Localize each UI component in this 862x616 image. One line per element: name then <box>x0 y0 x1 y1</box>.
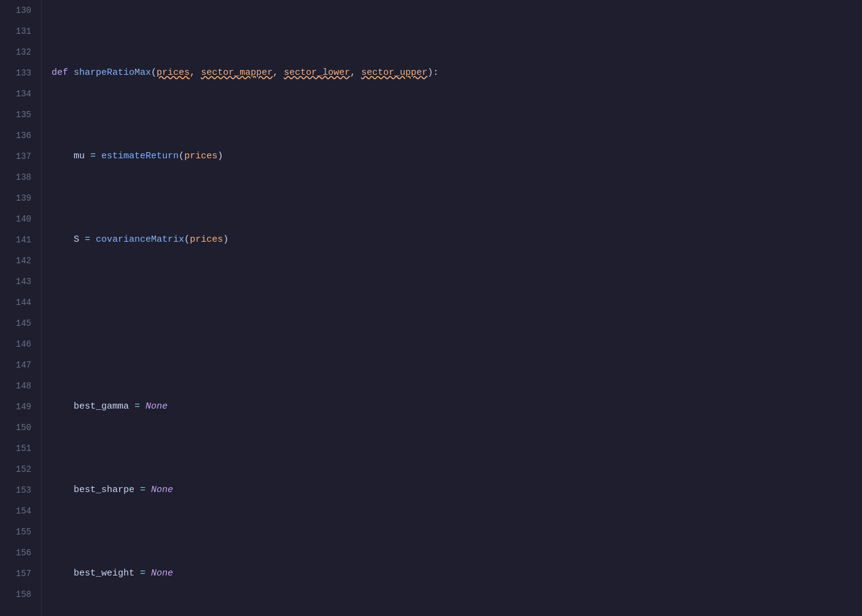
line-num-131: 131 <box>5 21 31 42</box>
code-line-131: mu = estimateReturn(prices) <box>52 146 852 167</box>
line-num-153: 153 <box>5 480 31 501</box>
line-num-132: 132 <box>5 42 31 63</box>
line-num-144: 144 <box>5 292 31 313</box>
line-num-134: 134 <box>5 83 31 104</box>
line-numbers: 130 131 132 133 134 135 136 137 138 139 … <box>0 0 42 616</box>
line-num-155: 155 <box>5 522 31 542</box>
line-num-130: 130 <box>5 0 31 21</box>
line-num-138: 138 <box>5 167 31 188</box>
line-num-154: 154 <box>5 501 31 522</box>
code-line-135: best_sharpe = None <box>52 480 852 501</box>
line-num-135: 135 <box>5 104 31 125</box>
code-line-132: S = covarianceMatrix(prices) <box>52 229 852 250</box>
line-num-137: 137 <box>5 146 31 167</box>
line-num-150: 150 <box>5 417 31 438</box>
code-line-134: best_gamma = None <box>52 396 852 417</box>
line-num-152: 152 <box>5 459 31 480</box>
line-num-151: 151 <box>5 438 31 459</box>
line-num-157: 157 <box>5 563 31 584</box>
line-num-139: 139 <box>5 188 31 209</box>
code-area[interactable]: def sharpeRatioMax(prices, sector_mapper… <box>42 0 862 616</box>
line-num-156: 156 <box>5 542 31 563</box>
line-num-141: 141 <box>5 229 31 250</box>
line-num-145: 145 <box>5 313 31 334</box>
line-num-142: 142 <box>5 250 31 271</box>
code-line-136: best_weight = None <box>52 563 852 584</box>
line-num-140: 140 <box>5 209 31 229</box>
code-line-133 <box>52 313 852 334</box>
code-line-130: def sharpeRatioMax(prices, sector_mapper… <box>52 63 852 83</box>
line-num-143: 143 <box>5 271 31 292</box>
line-num-158: 158 <box>5 584 31 605</box>
line-num-146: 146 <box>5 334 31 355</box>
line-num-149: 149 <box>5 396 31 417</box>
code-editor: 130 131 132 133 134 135 136 137 138 139 … <box>0 0 862 616</box>
line-num-148: 148 <box>5 375 31 396</box>
line-num-136: 136 <box>5 125 31 146</box>
line-num-133: 133 <box>5 63 31 83</box>
line-num-147: 147 <box>5 355 31 375</box>
